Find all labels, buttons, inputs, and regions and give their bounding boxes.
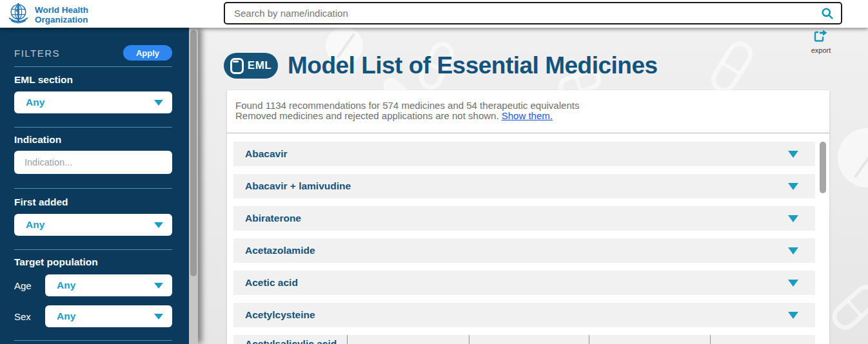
indication-label: Indication [14, 134, 172, 146]
medicine-row[interactable]: Acetylcysteine [233, 303, 815, 327]
chevron-down-icon [788, 312, 798, 319]
medicine-row[interactable]: Acetazolamide [233, 238, 815, 263]
main-content: export EML Model List of Essential Medic… [198, 28, 868, 344]
search-icon[interactable] [821, 7, 834, 20]
medicine-row[interactable]: Abiraterone [233, 206, 815, 231]
medicine-name: Acetazolamide [245, 245, 315, 256]
eml-badge-label: EML [248, 59, 271, 72]
apply-button[interactable]: Apply [123, 45, 172, 61]
search-bar [224, 2, 842, 24]
export-button[interactable]: export [807, 30, 835, 54]
medicine-name: Acetylsalicylic acid [245, 338, 337, 344]
medicine-row[interactable]: Acetic acid [233, 271, 815, 295]
chevron-down-icon [788, 215, 798, 222]
eml-section-select[interactable]: Any [14, 91, 172, 113]
chevron-down-icon [788, 151, 798, 158]
chevron-down-icon [154, 100, 163, 106]
chevron-down-icon [154, 283, 163, 289]
medicine-list: Abacavir Abacavir + lamivudine Abiratero… [227, 142, 829, 327]
sex-label: Sex [14, 311, 45, 322]
summary-line-2: Removed medicines and rejected applicati… [235, 111, 822, 121]
capsule-icon [230, 58, 244, 74]
medicine-name: Acetic acid [245, 277, 298, 289]
who-emblem-icon [6, 2, 30, 28]
medicine-name: Abiraterone [245, 213, 301, 224]
first-added-label: First added [14, 196, 172, 208]
chevron-down-icon [154, 314, 163, 320]
export-label: export [811, 46, 831, 54]
pill-watermark [706, 37, 757, 97]
summary-line-1: Found 1134 recommendations for 574 medic… [235, 100, 822, 111]
pill-watermark [827, 280, 868, 335]
medicine-name: Abacavir + lamivudine [245, 180, 351, 192]
who-logo-text: World Health Organization [35, 6, 88, 25]
target-population-label: Target population [14, 256, 172, 268]
age-select[interactable]: Any [45, 274, 172, 296]
who-logo[interactable]: World Health Organization [6, 2, 88, 28]
age-value: Any [57, 280, 75, 291]
export-icon [813, 30, 829, 46]
eml-section-label: EML section [14, 74, 172, 86]
chevron-down-icon [154, 222, 163, 228]
medicine-name: Acetylcysteine [245, 309, 315, 321]
chevron-down-icon [788, 183, 798, 190]
divider [14, 249, 172, 250]
first-added-value: Any [26, 219, 44, 231]
results-summary: Found 1134 recommendations for 574 medic… [227, 90, 829, 121]
sidebar-scrollbar-track[interactable] [189, 28, 198, 344]
column-divider [469, 335, 469, 344]
sidebar-scrollbar-thumb[interactable] [190, 30, 197, 276]
divider [14, 188, 172, 189]
medicine-row-partial[interactable]: Acetylsalicylic acid [233, 335, 815, 344]
divider [227, 133, 829, 133]
eml-page: World Health Organization FILTERS Apply … [0, 0, 868, 344]
medicine-row[interactable]: Abacavir + lamivudine [233, 174, 815, 198]
divider [14, 127, 172, 128]
title-row: EML Model List of Essential Medicines [224, 52, 658, 79]
search-input[interactable] [225, 3, 821, 23]
top-header: World Health Organization [0, 0, 868, 28]
medicine-row[interactable]: Abacavir [233, 142, 815, 166]
list-scrollbar-thumb[interactable] [820, 142, 826, 193]
column-divider [710, 335, 711, 344]
filters-title: FILTERS [14, 48, 60, 59]
eml-badge-icon: EML [224, 53, 278, 79]
age-label: Age [14, 280, 45, 291]
sex-select[interactable]: Any [45, 305, 172, 327]
sex-value: Any [57, 311, 75, 322]
first-added-select[interactable]: Any [14, 214, 172, 236]
chevron-down-icon [788, 247, 798, 254]
tablet-watermark [838, 128, 868, 187]
column-divider [589, 335, 589, 344]
medicine-name: Abacavir [245, 148, 287, 160]
divider [14, 340, 172, 341]
show-them-link[interactable]: Show them. [502, 110, 553, 121]
filters-sidebar: FILTERS Apply EML section Any Indication… [0, 28, 189, 344]
medicine-list-partial: Acetylsalicylic acid [227, 335, 829, 344]
eml-section-value: Any [26, 97, 44, 108]
indication-input[interactable] [14, 151, 172, 174]
column-divider [347, 335, 348, 344]
divider [14, 66, 172, 67]
page-title: Model List of Essential Medicines [288, 52, 658, 79]
chevron-down-icon [788, 280, 798, 287]
results-card: Found 1134 recommendations for 574 medic… [227, 90, 829, 344]
